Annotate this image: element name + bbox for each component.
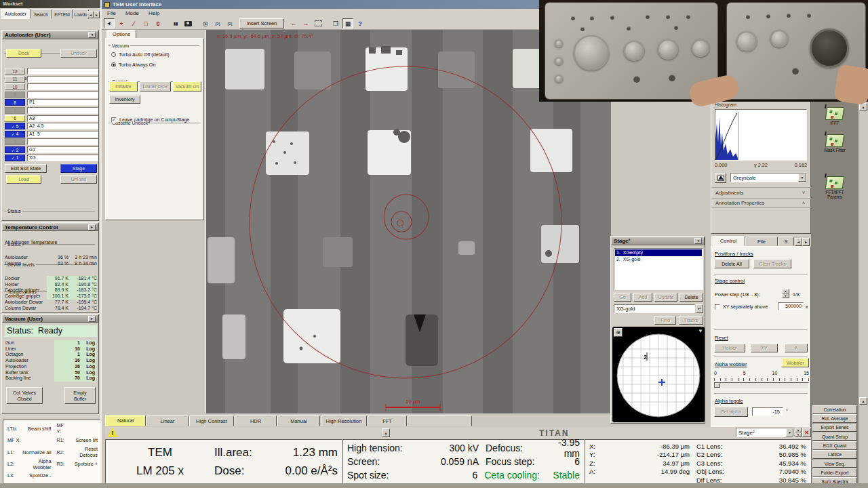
slot-2-field[interactable]: G1 — [27, 146, 98, 153]
xy-separately-checkbox[interactable]: XY separately above — [715, 304, 768, 310]
alpha-value-input[interactable]: -15 — [752, 407, 783, 416]
undock-button[interactable]: Undock — [60, 49, 97, 58]
tabs-scroll-left-icon[interactable]: ◄ — [87, 11, 94, 18]
annotation-plus-icon[interactable]: + — [116, 18, 127, 28]
panel-selector[interactable]: Stage² ▼ — [736, 428, 794, 437]
tab-high-contrast[interactable]: High Contrast — [189, 415, 234, 426]
previous-icon[interactable]: ← — [288, 18, 299, 28]
menu-mode[interactable]: Mode — [125, 10, 139, 16]
slider-thumb[interactable] — [715, 383, 720, 388]
slot-2-button[interactable]: ✓2 — [5, 146, 25, 153]
edx-quant-button[interactable]: EDX Quant — [812, 441, 857, 450]
slot-4-field[interactable]: A1 5 — [27, 131, 98, 138]
grid-view-icon[interactable]: ▦ — [342, 18, 353, 28]
position-name-input[interactable]: XG-gold — [614, 304, 695, 313]
map-corner-arrow-icon[interactable]: ▼ — [698, 328, 703, 334]
position-item-selected[interactable]: 1. XGempty — [615, 249, 702, 256]
col-valves-button[interactable]: Col. ValvesClosed — [6, 387, 43, 404]
position-item[interactable]: 2. XG-gold — [615, 256, 702, 263]
vacuum-on-button[interactable]: Vacuum On — [173, 81, 201, 92]
edit-slot-state-button[interactable]: Edit Slot State — [5, 164, 47, 173]
scroll-up2-icon[interactable]: ▲ — [859, 397, 867, 405]
tab-eftem[interactable]: EFTEM — [52, 9, 73, 19]
colormap-select[interactable]: Greyscale ▼ — [730, 173, 807, 182]
slot-9-button[interactable]: 9 — [5, 92, 25, 98]
slot-10-button[interactable]: 10 — [5, 83, 25, 90]
enter-icon[interactable]: ↵ — [696, 304, 703, 313]
tab-manual[interactable]: Manual — [277, 415, 320, 426]
slot-6-field[interactable]: A3 — [27, 115, 98, 122]
delete-all-button[interactable]: Delete All — [714, 259, 749, 268]
menu-help[interactable]: Help — [149, 10, 159, 16]
slot-12-field[interactable] — [27, 68, 98, 75]
tab-linear[interactable]: Linear — [146, 415, 189, 426]
slot-1-button[interactable]: ✓1 — [5, 155, 25, 161]
tab-fft[interactable]: FFT — [368, 415, 407, 426]
ifft-icon[interactable]: IFFT — [812, 107, 857, 125]
brace-tool-icon[interactable]: {0} — [212, 18, 223, 28]
initialize-button[interactable]: Initialize — [109, 81, 138, 92]
slot-10-field[interactable] — [27, 83, 98, 90]
slot-11-field[interactable] — [27, 76, 98, 83]
slot-11-button[interactable]: 11 — [5, 76, 25, 83]
panel-expand-icon[interactable]: ► — [88, 224, 96, 230]
position-list[interactable]: 1. XGempty 2. XG-gold — [614, 248, 703, 290]
update-button[interactable]: Update — [654, 293, 677, 302]
slot-4-button[interactable]: ✓4 — [5, 131, 25, 138]
stage-button[interactable]: Stage — [60, 164, 97, 173]
dock-button[interactable]: Dock — [6, 49, 41, 58]
folder-export-button[interactable]: Folder Export — [812, 468, 857, 477]
panel-collapse-icon[interactable]: ◄ — [88, 32, 96, 38]
slot-3-button[interactable]: 3 — [5, 138, 25, 145]
empty-buffer-button[interactable]: EmptyBuffer — [64, 387, 96, 404]
selector-spinner[interactable]: ▲ ▼ — [795, 428, 802, 437]
xy-threshold-input[interactable]: 500000 — [778, 302, 804, 310]
clear-tracks-button[interactable]: Clear Tracks — [753, 259, 791, 268]
annotation-rect-icon[interactable]: □ — [140, 18, 151, 28]
dropdown-arrow-icon[interactable]: ▼ — [798, 174, 806, 182]
tab-sets[interactable]: S — [778, 237, 794, 246]
slot-7-field[interactable] — [27, 107, 98, 114]
insert-screen-button[interactable]: Insert Screen — [239, 18, 284, 28]
dropdown-arrow-icon[interactable]: ▼ — [786, 428, 793, 436]
annotation-properties-section[interactable]: Annotation Properties˄ — [711, 198, 812, 208]
tab-natural[interactable]: Natural — [105, 415, 146, 426]
quant-setup-button[interactable]: Quant Setup — [812, 432, 857, 441]
camera-icon[interactable] — [182, 18, 193, 28]
contrast-icon[interactable] — [715, 173, 726, 183]
correlation-button[interactable]: Correlation — [812, 405, 857, 414]
zoom-icon[interactable]: ⊕ — [614, 328, 623, 337]
tab-control[interactable]: Control — [711, 236, 745, 246]
tabs-scroll-right-icon[interactable]: ► — [94, 11, 100, 18]
menu-file[interactable]: File — [107, 10, 116, 16]
wobbler-button[interactable]: Wobbler — [782, 358, 809, 367]
slot-6-button[interactable]: 6 — [5, 115, 25, 122]
rot-average-button[interactable]: Rot. Average — [812, 414, 857, 423]
power-step-spinner[interactable]: ▲ ▼ — [782, 289, 789, 298]
message-scroll-up-icon[interactable]: ▲ — [382, 428, 390, 437]
slot-8-button[interactable]: 8 — [5, 99, 25, 106]
stage-map[interactable]: 2 ⊕ ▼ — [612, 327, 705, 422]
reset-xy-button[interactable]: XY — [751, 344, 778, 352]
inventory-button[interactable]: Inventory — [109, 95, 140, 104]
beam-center-icon[interactable]: ◎ — [200, 18, 211, 28]
add-button[interactable]: Add — [633, 293, 652, 302]
tab-hdr[interactable]: HDR — [235, 415, 277, 426]
tab-file[interactable]: File — [745, 237, 778, 246]
slot-3-field[interactable] — [27, 138, 98, 145]
bracket-tool-icon[interactable]: [0] — [224, 18, 235, 28]
reset-a-button[interactable]: A — [785, 344, 808, 352]
reset-holder-button[interactable]: Holder — [714, 344, 745, 352]
annotation-count-icon[interactable]: 0 — [153, 18, 163, 28]
tab-autoloader[interactable]: Autoloader — [1, 9, 31, 19]
tabs-scroll-left-icon[interactable]: ◄ — [795, 238, 802, 246]
unload-button[interactable]: Unload — [60, 175, 97, 184]
close-panel-icon[interactable]: ✕ — [802, 428, 811, 437]
alpha-wobbler-slider[interactable] — [714, 382, 809, 388]
tab-lowdose[interactable]: Lowdo — [73, 9, 89, 19]
lattice-button[interactable]: Lattice — [812, 450, 857, 459]
next-icon[interactable]: → — [300, 18, 311, 28]
tabs-scroll-right-icon[interactable]: ► — [802, 238, 810, 246]
slot-7-button[interactable]: 7 — [5, 107, 25, 114]
cursor-tool-icon[interactable]: ➤ — [104, 18, 115, 28]
